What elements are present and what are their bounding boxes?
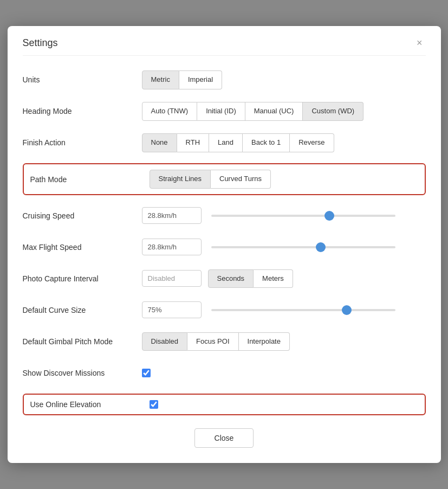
finish-land-button[interactable]: Land	[209, 133, 243, 152]
max-flight-speed-controls	[142, 239, 395, 255]
path-mode-btn-group: Straight Lines Curved Turns	[150, 170, 271, 188]
default-curve-size-row: Default Curve Size	[23, 299, 426, 321]
cruising-speed-controls	[142, 207, 395, 224]
use-online-elevation-row: Use Online Elevation	[23, 394, 426, 415]
max-flight-speed-slider-container	[211, 246, 395, 248]
finish-rth-button[interactable]: RTH	[177, 133, 209, 152]
photo-capture-btn-group: Seconds Meters	[208, 269, 293, 288]
cruising-speed-label: Cruising Speed	[23, 211, 142, 220]
finish-action-btn-group: None RTH Land Back to 1 Reverse	[142, 133, 334, 152]
settings-dialog: Settings × Units Metric Imperial Heading…	[8, 26, 441, 462]
photo-capture-input[interactable]	[142, 270, 202, 287]
default-curve-size-label: Default Curve Size	[23, 306, 142, 314]
finish-action-row: Finish Action None RTH Land Back to 1 Re…	[23, 132, 426, 153]
heading-mode-label: Heading Mode	[23, 107, 142, 115]
show-discover-row: Show Discover Missions	[23, 362, 426, 384]
gimbal-interpolate-button[interactable]: Interpolate	[239, 332, 290, 351]
units-imperial-button[interactable]: Imperial	[179, 70, 222, 89]
cruising-speed-slider-container	[211, 215, 395, 217]
use-online-elevation-label: Use Online Elevation	[30, 400, 150, 409]
path-mode-row: Path Mode Straight Lines Curved Turns	[23, 163, 426, 195]
finish-action-controls: None RTH Land Back to 1 Reverse	[142, 133, 334, 152]
dialog-footer: Close	[23, 428, 426, 448]
finish-none-button[interactable]: None	[142, 133, 177, 152]
gimbal-focus-poi-button[interactable]: Focus POI	[187, 332, 238, 351]
close-button[interactable]: Close	[194, 428, 254, 448]
dialog-title: Settings	[23, 37, 58, 49]
units-controls: Metric Imperial	[142, 70, 223, 89]
finish-back-button[interactable]: Back to 1	[243, 133, 290, 152]
show-discover-controls	[142, 369, 151, 377]
photo-meters-button[interactable]: Meters	[254, 269, 293, 288]
heading-mode-btn-group: Auto (TNW) Initial (ID) Manual (UC) Cust…	[142, 102, 364, 120]
heading-auto-button[interactable]: Auto (TNW)	[142, 102, 198, 120]
gimbal-pitch-label: Default Gimbal Pitch Mode	[23, 337, 142, 346]
gimbal-disabled-button[interactable]: Disabled	[142, 332, 188, 351]
default-curve-size-slider[interactable]	[211, 309, 395, 311]
heading-initial-button[interactable]: Initial (ID)	[197, 102, 245, 120]
show-discover-label: Show Discover Missions	[23, 369, 142, 377]
default-curve-size-input[interactable]	[142, 301, 202, 318]
heading-manual-button[interactable]: Manual (UC)	[245, 102, 303, 120]
cruising-speed-row: Cruising Speed	[23, 205, 426, 227]
path-straight-button[interactable]: Straight Lines	[150, 170, 211, 188]
path-mode-controls: Straight Lines Curved Turns	[150, 170, 271, 188]
photo-capture-row: Photo Capture Interval Seconds Meters	[23, 268, 426, 289]
heading-custom-button[interactable]: Custom (WD)	[303, 102, 363, 120]
max-flight-speed-row: Max Flight Speed	[23, 236, 426, 258]
max-flight-speed-label: Max Flight Speed	[23, 243, 142, 252]
units-btn-group: Metric Imperial	[142, 70, 223, 89]
cruising-speed-input[interactable]	[142, 207, 202, 224]
heading-mode-row: Heading Mode Auto (TNW) Initial (ID) Man…	[23, 100, 426, 122]
path-curved-button[interactable]: Curved Turns	[211, 170, 271, 188]
use-online-elevation-controls	[150, 400, 158, 409]
finish-reverse-button[interactable]: Reverse	[290, 133, 334, 152]
use-online-elevation-checkbox[interactable]	[150, 400, 158, 409]
gimbal-pitch-btn-group: Disabled Focus POI Interpolate	[142, 332, 290, 351]
photo-capture-controls: Seconds Meters	[142, 269, 293, 288]
units-metric-button[interactable]: Metric	[142, 70, 179, 89]
default-curve-size-controls	[142, 301, 395, 318]
finish-action-label: Finish Action	[23, 138, 142, 147]
heading-mode-controls: Auto (TNW) Initial (ID) Manual (UC) Cust…	[142, 102, 364, 120]
show-discover-checkbox[interactable]	[142, 369, 151, 377]
photo-capture-label: Photo Capture Interval	[23, 274, 142, 283]
cruising-speed-slider[interactable]	[211, 215, 395, 217]
photo-seconds-button[interactable]: Seconds	[208, 269, 254, 288]
max-flight-speed-input[interactable]	[142, 239, 202, 255]
path-mode-label: Path Mode	[30, 175, 150, 184]
max-flight-speed-slider[interactable]	[211, 246, 395, 248]
units-label: Units	[23, 75, 142, 84]
close-x-button[interactable]: ×	[413, 37, 426, 49]
dialog-header: Settings ×	[23, 37, 426, 56]
gimbal-pitch-row: Default Gimbal Pitch Mode Disabled Focus…	[23, 331, 426, 352]
units-row: Units Metric Imperial	[23, 69, 426, 91]
gimbal-pitch-controls: Disabled Focus POI Interpolate	[142, 332, 290, 351]
default-curve-size-slider-container	[211, 309, 395, 311]
